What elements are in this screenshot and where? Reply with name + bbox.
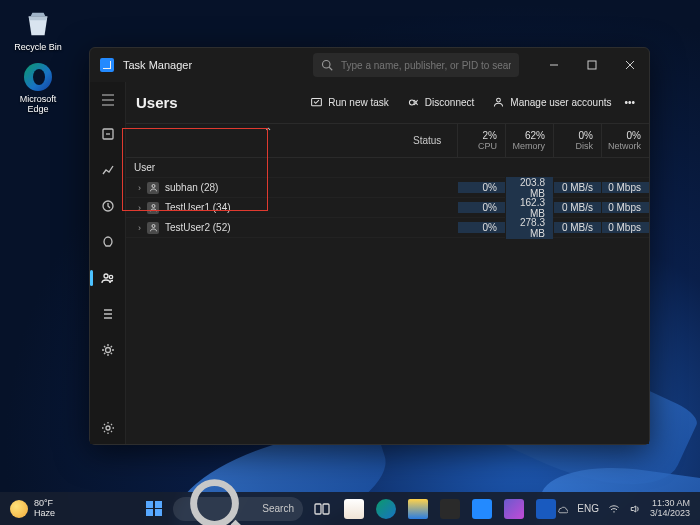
group-label: User <box>134 162 155 173</box>
table-group-row[interactable]: User <box>126 158 649 178</box>
taskbar[interactable]: 80°FHaze Search ˄ ENG 11:30 AM3/14/2023 <box>0 492 700 525</box>
desktop-icon-recycle-bin[interactable]: Recycle Bin <box>10 7 66 52</box>
wifi-icon[interactable] <box>608 503 620 515</box>
svg-rect-1 <box>588 61 596 69</box>
search-box[interactable] <box>313 53 519 77</box>
maximize-button[interactable] <box>573 48 611 82</box>
pinned-app[interactable] <box>341 496 367 522</box>
page-title: Users <box>136 94 178 111</box>
weather-widget[interactable]: 80°FHaze <box>10 499 55 518</box>
desktop-icon-label: Recycle Bin <box>14 42 62 52</box>
chevron-right-icon: › <box>138 183 141 193</box>
svg-point-11 <box>152 185 155 188</box>
svg-point-6 <box>105 348 110 353</box>
column-headers: ⌃ Status 2%CPU 62%Memory 0%Disk 0%Networ… <box>126 124 649 158</box>
close-button[interactable] <box>611 48 649 82</box>
settings-button[interactable] <box>92 412 124 444</box>
window-title: Task Manager <box>123 59 192 71</box>
pinned-app[interactable] <box>501 496 527 522</box>
user-icon <box>147 202 159 214</box>
sidebar <box>90 82 126 444</box>
nav-users[interactable] <box>92 262 124 294</box>
recycle-bin-icon <box>22 7 54 39</box>
svg-point-0 <box>323 61 331 69</box>
desktop-icon-edge[interactable]: Microsoft Edge <box>10 63 66 115</box>
table-row[interactable]: ›TestUser2 (52)0%278.3 MB0 MB/s0 Mbps <box>126 218 649 238</box>
user-name: TestUser1 (34) <box>165 202 231 213</box>
user-icon <box>147 182 159 194</box>
search-input[interactable] <box>341 60 511 71</box>
col-disk[interactable]: 0%Disk <box>553 124 601 157</box>
table-row[interactable]: ›TestUser1 (34)0%162.3 MB0 MB/s0 Mbps <box>126 198 649 218</box>
desktop-icon-label: Microsoft Edge <box>10 94 66 115</box>
users-table: User ›subhan (28)0%203.8 MB0 MB/s0 Mbps›… <box>126 158 649 238</box>
taskbar-search[interactable]: Search <box>173 497 303 521</box>
table-row[interactable]: ›subhan (28)0%203.8 MB0 MB/s0 Mbps <box>126 178 649 198</box>
col-name[interactable]: ⌃ <box>126 124 409 157</box>
user-icon <box>147 222 159 234</box>
clock[interactable]: 11:30 AM3/14/2023 <box>650 499 690 519</box>
svg-point-10 <box>497 98 501 102</box>
pinned-app[interactable] <box>405 496 431 522</box>
pinned-app[interactable] <box>469 496 495 522</box>
col-memory[interactable]: 62%Memory <box>505 124 553 157</box>
run-new-task-button[interactable]: Run new task <box>301 90 398 115</box>
system-tray[interactable]: ˄ ENG 11:30 AM3/14/2023 <box>542 499 690 519</box>
col-status[interactable]: Status <box>409 124 457 157</box>
weather-icon <box>10 500 28 518</box>
task-manager-icon <box>100 58 114 72</box>
weather-cond: Haze <box>34 509 55 518</box>
svg-rect-16 <box>323 504 329 514</box>
volume-icon[interactable] <box>629 503 641 515</box>
nav-processes[interactable] <box>92 118 124 150</box>
hamburger-button[interactable] <box>92 86 124 114</box>
pinned-app[interactable] <box>373 496 399 522</box>
minimize-button[interactable] <box>535 48 573 82</box>
user-name: TestUser2 (52) <box>165 222 231 233</box>
language-indicator[interactable]: ENG <box>577 503 599 514</box>
svg-point-14 <box>194 483 236 525</box>
svg-point-13 <box>152 225 155 228</box>
start-button[interactable] <box>141 496 167 522</box>
chevron-right-icon: › <box>138 223 141 233</box>
task-view-button[interactable] <box>309 496 335 522</box>
manage-accounts-button[interactable]: Manage user accounts <box>483 90 620 115</box>
col-network[interactable]: 0%Network <box>601 124 649 157</box>
nav-performance[interactable] <box>92 154 124 186</box>
col-cpu[interactable]: 2%CPU <box>457 124 505 157</box>
svg-rect-15 <box>315 504 321 514</box>
svg-point-4 <box>104 274 108 278</box>
svg-point-12 <box>152 205 155 208</box>
svg-point-9 <box>409 100 414 105</box>
user-name: subhan (28) <box>165 182 218 193</box>
pinned-app[interactable] <box>437 496 463 522</box>
pinned-app[interactable] <box>533 496 559 522</box>
edge-icon <box>24 63 52 91</box>
sort-caret-icon: ⌃ <box>264 126 272 137</box>
svg-point-5 <box>109 275 112 278</box>
nav-app-history[interactable] <box>92 190 124 222</box>
disconnect-button[interactable]: Disconnect <box>398 90 483 115</box>
chevron-right-icon: › <box>138 203 141 213</box>
page-header: Users Run new task Disconnect Manage use… <box>126 82 649 124</box>
task-manager-window: Task Manager Users Run <box>89 47 650 445</box>
titlebar[interactable]: Task Manager <box>90 48 649 82</box>
svg-point-7 <box>106 426 110 430</box>
nav-services[interactable] <box>92 334 124 366</box>
more-button[interactable]: ••• <box>620 91 639 114</box>
nav-details[interactable] <box>92 298 124 330</box>
search-icon <box>182 471 256 525</box>
search-icon <box>321 59 333 71</box>
nav-startup[interactable] <box>92 226 124 258</box>
